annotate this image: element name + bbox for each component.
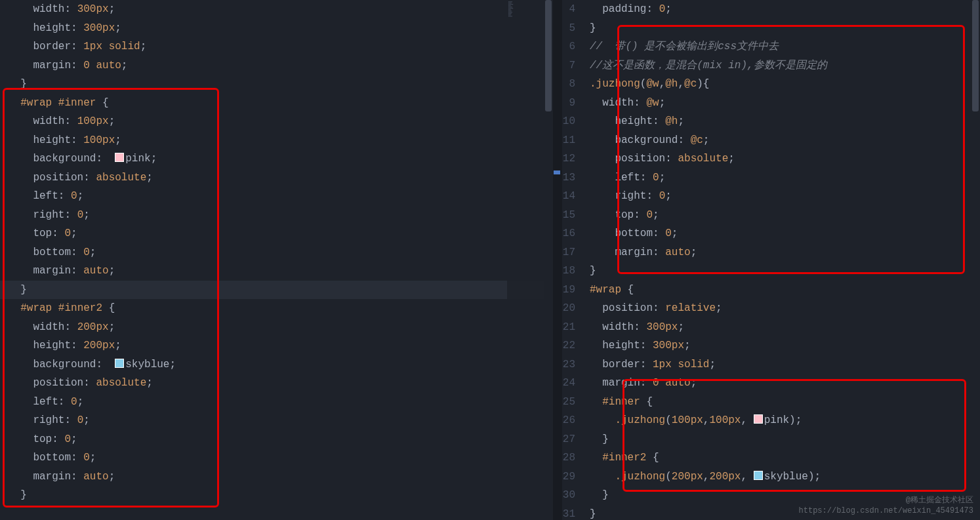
code-line[interactable]: #inner2 { <box>590 449 980 468</box>
code-line[interactable]: height: 100px; <box>8 131 553 150</box>
code-line[interactable]: #wrap #inner { <box>8 94 553 113</box>
code-line[interactable]: .juzhong(100px,100px, pink); <box>590 411 980 430</box>
code-line[interactable]: border: 1px solid; <box>8 37 553 56</box>
code-line[interactable]: margin: 0 auto; <box>8 56 553 75</box>
code-line[interactable]: margin: 0 auto; <box>590 374 980 393</box>
code-line[interactable]: bottom: 0; <box>8 243 553 262</box>
code-line[interactable]: } <box>8 486 553 505</box>
code-line[interactable]: right: 0; <box>8 411 553 430</box>
minimap-left[interactable]: ▄▄▄▄▄▄▄▄▄▄▄▄▄▄▄▄▄▄▄▄▄▄▄▄▄▄▄▄▄▄▄▄▄▄▄▄▄▄▄▄… <box>507 0 544 520</box>
code-line[interactable]: margin: auto; <box>8 262 553 281</box>
code-line[interactable]: height: 200px; <box>8 336 553 355</box>
code-line[interactable]: position: relative; <box>590 299 980 318</box>
code-line[interactable]: bottom: 0; <box>8 449 553 468</box>
code-line[interactable]: position: absolute; <box>8 169 553 188</box>
code-line[interactable]: } <box>590 262 980 281</box>
code-line[interactable]: #wrap { <box>590 281 980 300</box>
code-line[interactable]: margin: auto; <box>8 468 553 487</box>
scroll-thumb-right[interactable] <box>972 0 979 111</box>
code-line[interactable]: width: 200px; <box>8 318 553 337</box>
code-line[interactable]: .juzhong(200px,200px, skyblue); <box>590 468 980 487</box>
code-line[interactable]: bottom: 0; <box>590 224 980 243</box>
code-line[interactable]: right: 0; <box>8 206 553 225</box>
code-line[interactable]: width: 300px; <box>8 0 553 19</box>
code-line[interactable]: height: 300px; <box>590 336 980 355</box>
left-editor-pane[interactable]: width: 300px; height: 300px; border: 1px… <box>0 0 553 520</box>
code-line[interactable]: background: skyblue; <box>8 355 553 374</box>
scrollbar-right[interactable] <box>971 0 980 520</box>
code-line[interactable]: top: 0; <box>8 224 553 243</box>
code-line[interactable]: position: absolute; <box>8 374 553 393</box>
left-code-area[interactable]: width: 300px; height: 300px; border: 1px… <box>0 0 553 520</box>
code-line[interactable]: } <box>590 430 980 449</box>
code-line[interactable]: background: pink; <box>8 150 553 169</box>
code-line[interactable]: left: 0; <box>8 393 553 412</box>
code-line[interactable]: left: 0; <box>8 187 553 206</box>
code-line[interactable]: right: 0; <box>590 187 980 206</box>
code-line[interactable]: .juzhong(@w,@h,@c){ <box>590 75 980 94</box>
code-line[interactable]: } <box>8 281 553 300</box>
scrollbar-left[interactable] <box>544 0 553 520</box>
code-line[interactable]: width: @w; <box>590 94 980 113</box>
code-line[interactable]: } <box>8 75 553 94</box>
right-code-area[interactable]: padding: 0;}// 带() 是不会被输出到css文件中去//这不是函数… <box>553 0 980 520</box>
code-line[interactable]: margin: auto; <box>590 243 980 262</box>
code-line[interactable]: background: @c; <box>590 131 980 150</box>
code-line[interactable]: #wrap #inner2 { <box>8 299 553 318</box>
code-line[interactable]: border: 1px solid; <box>590 355 980 374</box>
scroll-thumb-left[interactable] <box>545 0 552 111</box>
code-line[interactable]: // 带() 是不会被输出到css文件中去 <box>590 37 980 56</box>
code-line[interactable]: height: @h; <box>590 112 980 131</box>
code-line[interactable]: } <box>590 505 980 521</box>
code-line[interactable]: padding: 0; <box>590 0 980 19</box>
code-line[interactable]: #inner { <box>590 393 980 412</box>
editor-split: width: 300px; height: 300px; border: 1px… <box>0 0 980 520</box>
code-line[interactable]: width: 100px; <box>8 112 553 131</box>
code-line[interactable]: //这不是函数，是混合(mix in),参数不是固定的 <box>590 56 980 75</box>
code-line[interactable]: } <box>590 486 980 505</box>
code-line[interactable]: } <box>590 19 980 38</box>
code-line[interactable]: position: absolute; <box>590 150 980 169</box>
code-line[interactable]: top: 0; <box>590 206 980 225</box>
code-line[interactable]: left: 0; <box>590 169 980 188</box>
code-line[interactable]: height: 300px; <box>8 19 553 38</box>
right-editor-pane[interactable]: 4567891011121314151617181920212223242526… <box>553 0 980 520</box>
code-line[interactable]: width: 300px; <box>590 318 980 337</box>
code-line[interactable]: top: 0; <box>8 430 553 449</box>
